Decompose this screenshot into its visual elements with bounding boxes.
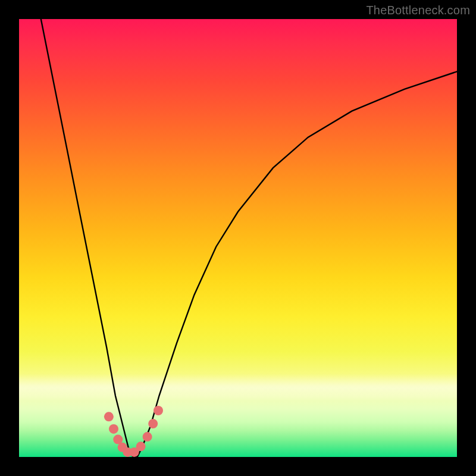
chart-area [19, 19, 457, 457]
chart-frame: TheBottleneck.com [0, 0, 476, 476]
watermark-text: TheBottleneck.com [366, 4, 470, 17]
